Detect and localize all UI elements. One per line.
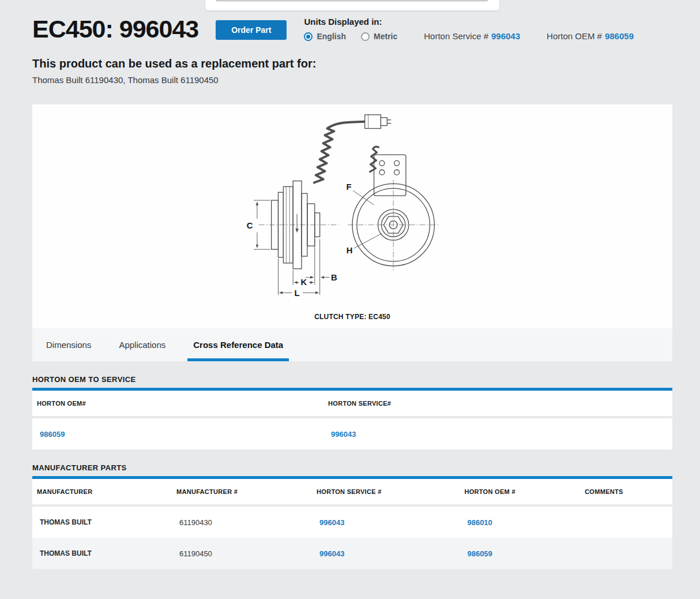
horton-oem-number: Horton OEM #986059 (547, 31, 634, 41)
label-l: L (295, 289, 300, 298)
oem-number-link[interactable]: 986059 (40, 430, 323, 439)
radio-selected-icon (304, 32, 313, 41)
diagram-caption: CLUTCH TYPE: EC450 (32, 313, 672, 321)
manufacturer-parts-heading: MANUFACTURER PARTS (32, 463, 672, 472)
service-number-link[interactable]: 996043 (319, 518, 460, 527)
oem-to-service-section: HORTON OEM TO SERVICE HORTON OEM# HORTON… (32, 375, 672, 450)
cell-manufacturer: THOMAS BUILT (32, 518, 172, 526)
units-label: Units Displayed in: (304, 17, 397, 27)
tab-dimensions[interactable]: Dimensions (32, 328, 105, 361)
order-part-button[interactable]: Order Part (216, 20, 287, 40)
column-header-manufacturer-number: MANUFACTURER # (172, 488, 312, 495)
column-header-horton-oem: HORTON OEM # (460, 488, 580, 495)
oem-to-service-header-row: HORTON OEM# HORTON SERVICE# (32, 391, 672, 416)
horton-service-number: Horton Service #996043 (424, 31, 520, 41)
clutch-diagram: C F H K B L (237, 104, 468, 306)
column-header-horton-service: HORTON SERVICE# (323, 400, 672, 407)
cell-manufacturer-number: 61190450 (172, 549, 312, 558)
top-cutoff-panel (205, 0, 499, 10)
oem-number-label: Horton OEM # (547, 31, 602, 41)
service-number-link[interactable]: 996043 (331, 430, 672, 439)
oem-to-service-heading: HORTON OEM TO SERVICE (32, 375, 672, 384)
tab-applications[interactable]: Applications (105, 328, 179, 361)
bracket-wire (370, 147, 379, 171)
dimension-labels: C F H K B L (247, 182, 353, 298)
radio-label-english: English (317, 32, 346, 41)
radio-unselected-icon (361, 32, 370, 41)
replacement-heading: This product can be used as a replacemen… (32, 57, 672, 70)
label-f: F (347, 182, 352, 192)
units-block: Units Displayed in: English Metric (304, 16, 397, 41)
table-row: 986059 996043 (32, 418, 672, 450)
diagram-panel: C F H K B L CLUTCH TYPE: EC450 (32, 104, 672, 328)
label-c: C (247, 221, 253, 230)
table-row: THOMAS BUILT 61190430 996043 986010 (32, 507, 672, 538)
label-k: K (301, 278, 307, 287)
cell-manufacturer: THOMAS BUILT (32, 549, 172, 557)
column-header-manufacturer: MANUFACTURER (32, 488, 172, 495)
service-number-label: Horton Service # (424, 31, 488, 41)
label-b: B (331, 273, 337, 282)
column-header-horton-oem: HORTON OEM# (32, 400, 323, 407)
part-numbers: Horton Service #996043 Horton OEM #98605… (424, 16, 634, 41)
dimension-lines (254, 190, 382, 295)
table-row: THOMAS BUILT 61190450 996043 986059 (32, 538, 672, 569)
tab-cross-reference-data[interactable]: Cross Reference Data (179, 328, 297, 361)
service-number-link[interactable]: 996043 (319, 549, 460, 558)
manufacturer-parts-header-row: MANUFACTURER MANUFACTURER # HORTON SERVI… (32, 479, 672, 504)
page-title: EC450: 996043 (32, 16, 198, 42)
cell-manufacturer-number: 61190430 (172, 518, 312, 527)
units-english-radio[interactable]: English (304, 32, 346, 41)
units-metric-radio[interactable]: Metric (361, 32, 397, 41)
units-radio-group: English Metric (304, 32, 397, 41)
column-header-horton-service: HORTON SERVICE # (312, 488, 460, 495)
service-number-link[interactable]: 996043 (491, 31, 520, 41)
replacement-parts-list: Thomas Built 61190430, Thomas Built 6119… (32, 75, 672, 85)
coiled-wire (314, 122, 365, 183)
main-content: EC450: 996043 Order Part Units Displayed… (0, 0, 700, 569)
tab-bar: Dimensions Applications Cross Reference … (32, 328, 672, 361)
manufacturer-parts-section: MANUFACTURER PARTS MANUFACTURER MANUFACT… (32, 463, 672, 569)
oem-number-link[interactable]: 986059 (467, 549, 580, 558)
column-header-comments: COMMENTS (580, 488, 672, 495)
oem-number-link[interactable]: 986059 (605, 31, 634, 41)
radio-label-metric: Metric (374, 32, 397, 41)
cutoff-input-border (216, 0, 488, 1)
label-h: H (347, 246, 353, 255)
connector-plug (365, 115, 391, 129)
oem-number-link[interactable]: 986010 (467, 518, 580, 527)
